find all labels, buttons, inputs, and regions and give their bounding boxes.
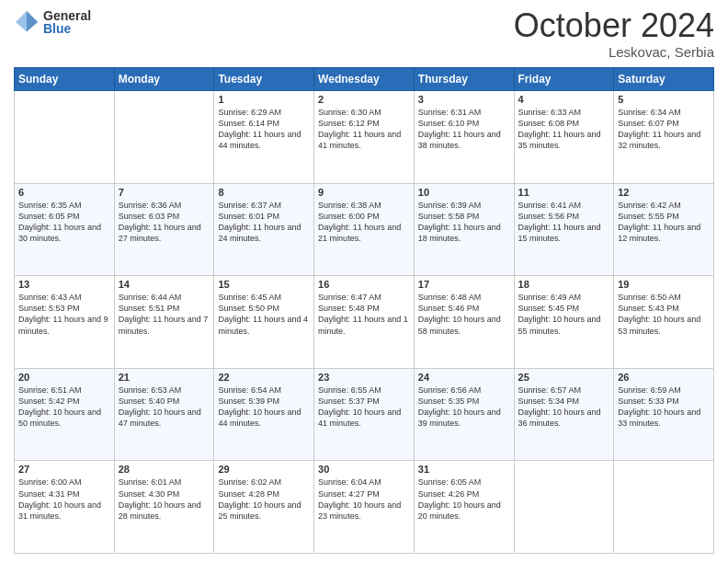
day-number: 2: [318, 94, 410, 105]
table-row: [114, 91, 214, 184]
day-info: Sunrise: 6:53 AM Sunset: 5:40 PM Dayligh…: [119, 385, 210, 430]
day-number: 10: [418, 187, 510, 198]
day-number: 16: [318, 279, 410, 290]
table-row: 16Sunrise: 6:47 AM Sunset: 5:48 PM Dayli…: [314, 276, 415, 369]
day-info: Sunrise: 6:05 AM Sunset: 4:26 PM Dayligh…: [418, 477, 510, 522]
day-number: 9: [318, 187, 410, 198]
table-row: 18Sunrise: 6:49 AM Sunset: 5:45 PM Dayli…: [514, 276, 614, 369]
table-row: 12Sunrise: 6:42 AM Sunset: 5:55 PM Dayli…: [614, 183, 714, 276]
day-info: Sunrise: 6:47 AM Sunset: 5:48 PM Dayligh…: [318, 292, 410, 337]
day-number: 14: [119, 279, 210, 290]
table-row: 10Sunrise: 6:39 AM Sunset: 5:58 PM Dayli…: [414, 183, 514, 276]
day-number: 15: [218, 279, 310, 290]
table-row: 31Sunrise: 6:05 AM Sunset: 4:26 PM Dayli…: [414, 461, 514, 554]
day-info: Sunrise: 6:43 AM Sunset: 5:53 PM Dayligh…: [18, 292, 110, 337]
day-number: 18: [518, 279, 610, 290]
day-info: Sunrise: 6:38 AM Sunset: 6:00 PM Dayligh…: [318, 200, 410, 245]
table-row: 20Sunrise: 6:51 AM Sunset: 5:42 PM Dayli…: [15, 368, 115, 461]
table-row: 23Sunrise: 6:55 AM Sunset: 5:37 PM Dayli…: [314, 368, 415, 461]
table-row: 9Sunrise: 6:38 AM Sunset: 6:00 PM Daylig…: [314, 183, 415, 276]
day-info: Sunrise: 6:01 AM Sunset: 4:30 PM Dayligh…: [119, 477, 210, 522]
table-row: 22Sunrise: 6:54 AM Sunset: 5:39 PM Dayli…: [214, 368, 314, 461]
day-number: 26: [618, 372, 710, 383]
day-number: 4: [518, 94, 610, 105]
col-sunday: Sunday: [15, 68, 115, 91]
day-info: Sunrise: 6:59 AM Sunset: 5:33 PM Dayligh…: [618, 385, 710, 430]
calendar-week-5: 27Sunrise: 6:00 AM Sunset: 4:31 PM Dayli…: [15, 461, 714, 554]
month-title: October 2024: [514, 9, 714, 42]
day-number: 13: [18, 279, 110, 290]
table-row: 5Sunrise: 6:34 AM Sunset: 6:07 PM Daylig…: [614, 91, 714, 184]
table-row: 14Sunrise: 6:44 AM Sunset: 5:51 PM Dayli…: [114, 276, 214, 369]
table-row: 13Sunrise: 6:43 AM Sunset: 5:53 PM Dayli…: [15, 276, 115, 369]
table-row: [514, 461, 614, 554]
day-info: Sunrise: 6:31 AM Sunset: 6:10 PM Dayligh…: [418, 107, 510, 152]
day-number: 21: [119, 372, 210, 383]
table-row: 4Sunrise: 6:33 AM Sunset: 6:08 PM Daylig…: [514, 91, 614, 184]
day-info: Sunrise: 6:50 AM Sunset: 5:43 PM Dayligh…: [618, 292, 710, 337]
table-row: [614, 461, 714, 554]
day-number: 5: [618, 94, 710, 105]
day-info: Sunrise: 6:00 AM Sunset: 4:31 PM Dayligh…: [18, 477, 110, 522]
day-info: Sunrise: 6:55 AM Sunset: 5:37 PM Dayligh…: [318, 385, 410, 430]
calendar-table: Sunday Monday Tuesday Wednesday Thursday…: [14, 67, 714, 554]
table-row: 3Sunrise: 6:31 AM Sunset: 6:10 PM Daylig…: [414, 91, 514, 184]
day-number: 17: [418, 279, 510, 290]
calendar-week-3: 13Sunrise: 6:43 AM Sunset: 5:53 PM Dayli…: [15, 276, 714, 369]
day-info: Sunrise: 6:49 AM Sunset: 5:45 PM Dayligh…: [518, 292, 610, 337]
table-row: 17Sunrise: 6:48 AM Sunset: 5:46 PM Dayli…: [414, 276, 514, 369]
page: General Blue October 2024 Leskovac, Serb…: [0, 0, 728, 563]
logo-text: General Blue: [43, 9, 91, 35]
table-row: 11Sunrise: 6:41 AM Sunset: 5:56 PM Dayli…: [514, 183, 614, 276]
location-subtitle: Leskovac, Serbia: [514, 44, 714, 60]
day-number: 24: [418, 372, 510, 383]
col-friday: Friday: [514, 68, 614, 91]
day-number: 30: [318, 464, 410, 475]
table-row: 30Sunrise: 6:04 AM Sunset: 4:27 PM Dayli…: [314, 461, 415, 554]
table-row: 21Sunrise: 6:53 AM Sunset: 5:40 PM Dayli…: [114, 368, 214, 461]
day-number: 8: [218, 187, 310, 198]
table-row: 24Sunrise: 6:56 AM Sunset: 5:35 PM Dayli…: [414, 368, 514, 461]
day-number: 27: [18, 464, 110, 475]
day-number: 6: [18, 187, 110, 198]
day-info: Sunrise: 6:36 AM Sunset: 6:03 PM Dayligh…: [119, 200, 210, 245]
day-info: Sunrise: 6:04 AM Sunset: 4:27 PM Dayligh…: [318, 477, 410, 522]
day-info: Sunrise: 6:48 AM Sunset: 5:46 PM Dayligh…: [418, 292, 510, 337]
day-info: Sunrise: 6:54 AM Sunset: 5:39 PM Dayligh…: [218, 385, 310, 430]
table-row: 25Sunrise: 6:57 AM Sunset: 5:34 PM Dayli…: [514, 368, 614, 461]
table-row: 26Sunrise: 6:59 AM Sunset: 5:33 PM Dayli…: [614, 368, 714, 461]
table-row: 7Sunrise: 6:36 AM Sunset: 6:03 PM Daylig…: [114, 183, 214, 276]
title-block: October 2024 Leskovac, Serbia: [514, 9, 714, 60]
col-tuesday: Tuesday: [214, 68, 314, 91]
calendar-week-2: 6Sunrise: 6:35 AM Sunset: 6:05 PM Daylig…: [15, 183, 714, 276]
table-row: 6Sunrise: 6:35 AM Sunset: 6:05 PM Daylig…: [15, 183, 115, 276]
day-number: 22: [218, 372, 310, 383]
day-info: Sunrise: 6:56 AM Sunset: 5:35 PM Dayligh…: [418, 385, 510, 430]
day-number: 28: [119, 464, 210, 475]
day-info: Sunrise: 6:30 AM Sunset: 6:12 PM Dayligh…: [318, 107, 410, 152]
col-saturday: Saturday: [614, 68, 714, 91]
table-row: 2Sunrise: 6:30 AM Sunset: 6:12 PM Daylig…: [314, 91, 415, 184]
logo-general-text: General: [43, 9, 91, 22]
day-number: 31: [418, 464, 510, 475]
logo: General Blue: [14, 9, 91, 35]
calendar-week-4: 20Sunrise: 6:51 AM Sunset: 5:42 PM Dayli…: [15, 368, 714, 461]
day-number: 11: [518, 187, 610, 198]
day-info: Sunrise: 6:45 AM Sunset: 5:50 PM Dayligh…: [218, 292, 310, 337]
day-number: 23: [318, 372, 410, 383]
day-number: 3: [418, 94, 510, 105]
day-info: Sunrise: 6:42 AM Sunset: 5:55 PM Dayligh…: [618, 200, 710, 245]
day-info: Sunrise: 6:33 AM Sunset: 6:08 PM Dayligh…: [518, 107, 610, 152]
day-number: 1: [218, 94, 310, 105]
day-info: Sunrise: 6:57 AM Sunset: 5:34 PM Dayligh…: [518, 385, 610, 430]
day-info: Sunrise: 6:44 AM Sunset: 5:51 PM Dayligh…: [119, 292, 210, 337]
day-info: Sunrise: 6:37 AM Sunset: 6:01 PM Dayligh…: [218, 200, 310, 245]
col-wednesday: Wednesday: [314, 68, 415, 91]
calendar-header-row: Sunday Monday Tuesday Wednesday Thursday…: [15, 68, 714, 91]
svg-marker-1: [27, 11, 38, 32]
table-row: 29Sunrise: 6:02 AM Sunset: 4:28 PM Dayli…: [214, 461, 314, 554]
day-info: Sunrise: 6:51 AM Sunset: 5:42 PM Dayligh…: [18, 385, 110, 430]
table-row: 1Sunrise: 6:29 AM Sunset: 6:14 PM Daylig…: [214, 91, 314, 184]
col-thursday: Thursday: [414, 68, 514, 91]
svg-marker-2: [16, 11, 27, 32]
